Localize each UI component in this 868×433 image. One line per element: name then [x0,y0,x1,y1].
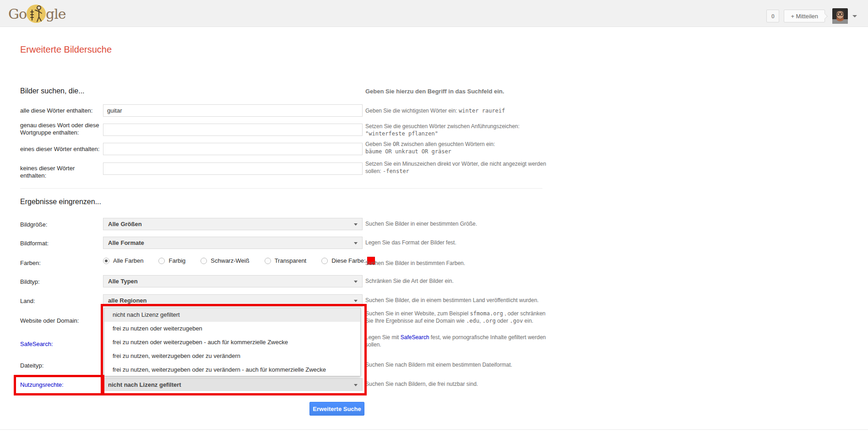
help-safesearch: Legen Sie mit SafeSearch fest, wie porno… [365,334,548,348]
all-words-input[interactable] [103,104,363,117]
chevron-down-icon [354,281,358,283]
radio-color[interactable]: Farbig [158,257,185,264]
help-file-type: Suchen Sie nach Bildern mit einem bestim… [365,361,548,368]
label-none-words: keines dieser Wörter enthalten: [20,165,102,179]
radio-all-colors[interactable]: Alle Farben [103,257,143,264]
aspect-ratio-value: Alle Formate [108,239,144,246]
help-image-size: Suchen Sie Bilder in einer bestimmten Gr… [365,220,548,227]
google-logo[interactable]: Go gle [8,3,66,25]
radio-icon [158,258,165,264]
doodle-icon [26,4,47,24]
label-site-domain: Website oder Domain: [20,317,102,325]
advanced-image-search-page: Go gle 0 + Mitteilen [0,0,868,433]
page-title: Erweiterte Bildersuche [20,44,112,55]
image-size-value: Alle Größen [108,221,142,227]
radio-icon [201,258,207,264]
top-bar: Go gle 0 + Mitteilen [0,0,868,27]
logo-text-left: Go [8,6,27,22]
label-all-words: alle diese Wörter enthalten: [20,107,102,114]
help-none-words: Setzen Sie ein Minuszeichen direkt vor W… [365,160,548,175]
help-heading: Geben Sie hierzu den Begriff in das Such… [365,88,558,95]
help-usage-rights: Suchen Sie nach Bildern, die frei nutzba… [365,380,548,388]
radio-black-white[interactable]: Schwarz-Weiß [201,257,249,264]
label-any-words: eines dieser Wörter enthalten: [20,146,102,153]
avatar[interactable] [832,8,848,24]
help-all-words: Geben Sie die wichtigsten Wörter ein: wi… [365,107,548,114]
narrow-section-heading: Ergebnisse eingrenzen... [20,198,101,206]
license-option-reuse-commercial[interactable]: frei zu nutzen oder weiterzugeben - auch… [104,336,360,349]
label-image-size: Bildgröße: [20,221,102,228]
help-site-domain: Suchen Sie in einer Website, zum Beispie… [365,310,548,325]
label-region: Land: [20,298,102,305]
help-aspect-ratio: Legen Sie das Format der Bilder fest. [365,239,548,246]
help-any-words: Geben Sie OR zwischen allen gesuchten Wö… [365,141,548,155]
license-option-reuse-modify-commercial[interactable]: frei zu nutzen, weiterzugeben oder zu ve… [104,363,360,377]
help-image-type: Schränken Sie die Art der Bilder ein. [365,277,548,285]
image-type-value: Alle Typen [108,278,138,285]
help-colors: Suchen Sie Bilder in bestimmten Farben. [365,260,548,267]
image-size-select[interactable]: Alle Größen [103,218,363,230]
chevron-down-icon [354,223,358,226]
section-divider [20,188,542,189]
region-value: alle Regionen [108,297,147,304]
radio-icon [321,258,328,264]
radio-icon [265,258,271,264]
license-option-reuse-modify[interactable]: frei zu nutzen, weiterzugeben oder zu ve… [104,349,360,363]
help-exact-phrase: Setzen Sie die gesuchten Wörter zwischen… [365,123,548,137]
avatar-photo-icon [832,8,848,24]
image-type-select[interactable]: Alle Typen [103,275,363,287]
radio-selected-icon [103,258,109,264]
advanced-search-button[interactable]: Erweiterte Suche [309,402,364,416]
help-region: Suchen Sie Bilder, die in einem bestimmt… [365,297,548,304]
notification-count-button[interactable]: 0 [766,10,779,22]
chevron-down-icon[interactable] [852,15,857,17]
usage-rights-select[interactable]: nicht nach Lizenz gefiltert [103,378,363,391]
share-button[interactable]: + Mitteilen [784,10,825,22]
region-select[interactable]: alle Regionen [103,294,363,307]
find-section-heading: Bilder suchen, die... [20,87,85,95]
chevron-down-icon [354,384,358,386]
any-words-input[interactable] [103,143,363,155]
header-actions: 0 + Mitteilen [766,8,857,24]
chevron-down-icon [354,300,358,302]
usage-rights-value: nicht nach Lizenz gefiltert [108,381,181,388]
color-radio-group: Alle Farben Farbig Schwarz-Weiß Transpar… [103,257,375,265]
label-colors: Farben: [20,260,102,267]
aspect-ratio-select[interactable]: Alle Formate [103,237,363,249]
license-option-reuse[interactable]: frei zu nutzen oder weiterzugeben [104,322,360,336]
footer-divider [0,429,868,430]
safesearch-link[interactable]: SafeSearch: [20,341,102,348]
logo-text-right: gle [46,6,66,22]
label-image-type: Bildtyp: [20,278,102,286]
none-words-input[interactable] [103,162,363,175]
chevron-down-icon [354,242,358,244]
radio-this-color[interactable]: Diese Farbe: [321,257,365,264]
label-aspect-ratio: Bildformat: [20,240,102,247]
label-exact-phrase: genau dieses Wort oder diese Wortgruppe … [20,122,102,136]
license-option-unfiltered[interactable]: nicht nach Lizenz gefiltert [104,308,360,322]
usage-rights-link[interactable]: Nutzungsrechte: [20,381,102,389]
label-file-type: Dateityp: [20,362,102,369]
usage-rights-dropdown-list: nicht nach Lizenz gefiltert frei zu nutz… [104,308,361,376]
exact-phrase-input[interactable] [103,124,363,136]
radio-transparent[interactable]: Transparent [265,257,307,264]
